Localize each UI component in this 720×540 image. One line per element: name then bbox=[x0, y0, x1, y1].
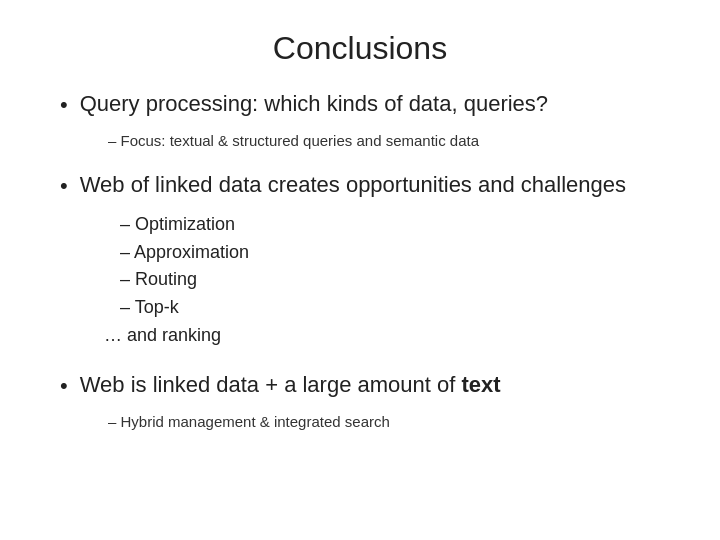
bullet-2-sub-2: – Approximation bbox=[120, 239, 660, 267]
bullet-2-main: • Web of linked data creates opportuniti… bbox=[60, 170, 660, 201]
bullet-3-dot: • bbox=[60, 372, 68, 401]
bullet-2-dot: • bbox=[60, 172, 68, 201]
bullet-3: • Web is linked data + a large amount of… bbox=[60, 370, 660, 437]
bullet-2-sub-5: … and ranking bbox=[104, 322, 660, 350]
bullet-1: • Query processing: which kinds of data,… bbox=[60, 89, 660, 156]
bullet-1-dot: • bbox=[60, 91, 68, 120]
bullet-1-text: Query processing: which kinds of data, q… bbox=[80, 89, 548, 119]
bullet-2: • Web of linked data creates opportuniti… bbox=[60, 170, 660, 356]
slide-title: Conclusions bbox=[60, 30, 660, 67]
bullet-2-sub-list: – Optimization – Approximation – Routing… bbox=[120, 211, 660, 350]
bullet-3-text: Web is linked data + a large amount of t… bbox=[80, 370, 501, 400]
bullet-2-sub-3: – Routing bbox=[120, 266, 660, 294]
bullet-1-sub-1: – Focus: textual & structured queries an… bbox=[108, 130, 660, 153]
bullet-3-main: • Web is linked data + a large amount of… bbox=[60, 370, 660, 401]
bullet-2-text: Web of linked data creates opportunities… bbox=[80, 170, 626, 200]
bullet-2-sub-1: – Optimization bbox=[120, 211, 660, 239]
bullet-3-sub-1-text: – Hybrid management & integrated search bbox=[108, 413, 390, 430]
bullet-1-main: • Query processing: which kinds of data,… bbox=[60, 89, 660, 120]
bullet-1-sub-1-text: – Focus: textual & structured queries an… bbox=[108, 132, 479, 149]
bullet-3-sub-1: – Hybrid management & integrated search bbox=[108, 411, 660, 434]
bullet-2-sub-4: – Top-k bbox=[120, 294, 660, 322]
